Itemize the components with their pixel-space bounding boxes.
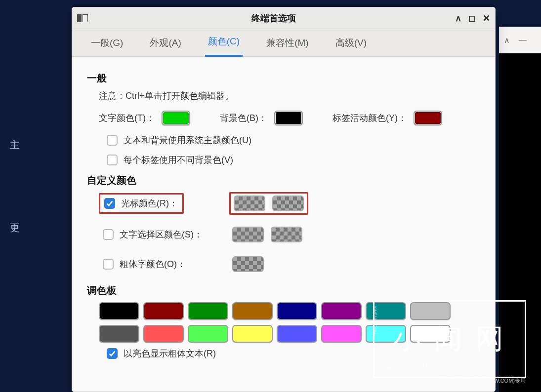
- chevron-up-icon[interactable]: ∧: [455, 13, 461, 24]
- tab-content-colors: 一般 注意：Ctrl+单击打开颜色编辑器。 文字颜色(T)： 背景色(B)： 标…: [72, 57, 495, 392]
- section-palette-heading: 调色板: [87, 284, 480, 297]
- cursor-color-checkbox[interactable]: [104, 198, 115, 209]
- selection-fg-swatch[interactable]: [232, 227, 264, 242]
- bold-color-swatch[interactable]: [232, 256, 264, 272]
- palette-swatch-row1-5[interactable]: [321, 302, 362, 320]
- editor-note: 注意：Ctrl+单击打开颜色编辑器。: [99, 90, 480, 102]
- bg-hint-2: 更: [10, 221, 20, 235]
- minimize-icon[interactable]: —: [519, 36, 527, 44]
- tab-appearance[interactable]: 外观(A): [147, 30, 184, 56]
- vary-bg-per-tab-checkbox[interactable]: [107, 155, 118, 165]
- palette-swatch-row1-1[interactable]: [143, 302, 184, 320]
- bright-bold-label: 以亮色显示粗体文本(R): [124, 348, 216, 359]
- palette-swatch-row2-1[interactable]: [143, 325, 184, 343]
- selection-color-checkbox[interactable]: [103, 229, 114, 240]
- vary-bg-per-tab-label: 每个标签使用不同背景色(V): [124, 154, 233, 166]
- cursor-bg-swatch[interactable]: [272, 196, 304, 211]
- palette-row-1: [99, 302, 480, 320]
- tab-activity-color-label: 标签活动颜色(Y)：: [333, 112, 407, 124]
- section-custom-heading: 自定义颜色: [87, 174, 480, 187]
- selection-bg-swatch[interactable]: [271, 227, 302, 242]
- palette-swatch-row2-0[interactable]: [99, 325, 139, 343]
- use-system-colors-checkbox[interactable]: [107, 135, 118, 146]
- use-system-colors-label: 文本和背景使用系统主题颜色(U): [124, 134, 251, 146]
- text-color-label: 文字颜色(T)：: [99, 112, 155, 124]
- bold-color-label: 粗体字颜色(O)：: [120, 258, 186, 270]
- palette-swatch-row1-3[interactable]: [232, 302, 273, 320]
- tab-activity-color-swatch[interactable]: [414, 111, 442, 125]
- palette-swatch-row2-4[interactable]: [277, 325, 317, 343]
- preferences-window: 终端首选项 ∧ ◻ ✕ 一般(G) 外观(A) 颜色(C) 兼容性(M) 高级(…: [72, 7, 496, 392]
- palette-swatch-row2-2[interactable]: [188, 325, 228, 343]
- background-window-titlebar-controls[interactable]: ∧ —: [499, 27, 541, 53]
- close-icon[interactable]: ✕: [483, 13, 490, 24]
- tab-bar: 一般(G) 外观(A) 颜色(C) 兼容性(M) 高级(V): [72, 29, 495, 57]
- section-general-heading: 一般: [87, 72, 480, 85]
- palette-swatch-row2-7[interactable]: [410, 325, 451, 343]
- palette-swatch-row1-2[interactable]: [188, 302, 228, 320]
- maximize-icon[interactable]: ◻: [468, 13, 476, 24]
- cursor-color-label: 光标颜色(R)：: [121, 197, 178, 209]
- bold-color-checkbox[interactable]: [103, 259, 114, 270]
- bright-bold-checkbox[interactable]: [107, 348, 118, 359]
- bg-hint-1: 主: [10, 138, 20, 152]
- text-color-swatch[interactable]: [162, 111, 190, 125]
- app-icon: [77, 14, 88, 22]
- tab-colors[interactable]: 颜色(C): [205, 28, 243, 57]
- window-title: 终端首选项: [92, 12, 455, 24]
- palette-swatch-row2-6[interactable]: [366, 325, 406, 343]
- selection-color-label: 文字选择区颜色(S)：: [120, 229, 203, 240]
- bg-color-swatch[interactable]: [274, 111, 303, 125]
- palette-swatch-row2-5[interactable]: [321, 325, 362, 343]
- palette-row-2: [99, 325, 480, 343]
- palette-swatch-row1-7[interactable]: [410, 302, 451, 320]
- palette-swatch-row1-4[interactable]: [277, 302, 317, 320]
- chevron-up-icon[interactable]: ∧: [504, 36, 510, 45]
- tab-advanced[interactable]: 高级(V): [333, 30, 370, 56]
- tab-compat[interactable]: 兼容性(M): [263, 30, 311, 56]
- cursor-fg-swatch[interactable]: [234, 196, 265, 211]
- bg-color-label: 背景色(B)：: [220, 112, 267, 124]
- palette-swatch-row1-6[interactable]: [366, 302, 406, 320]
- palette-swatch-row2-3[interactable]: [232, 325, 273, 343]
- palette-swatch-row1-0[interactable]: [99, 302, 139, 320]
- window-titlebar: 终端首选项 ∧ ◻ ✕: [72, 7, 495, 29]
- tab-general[interactable]: 一般(G): [88, 30, 126, 56]
- background-terminal-area: [499, 53, 541, 392]
